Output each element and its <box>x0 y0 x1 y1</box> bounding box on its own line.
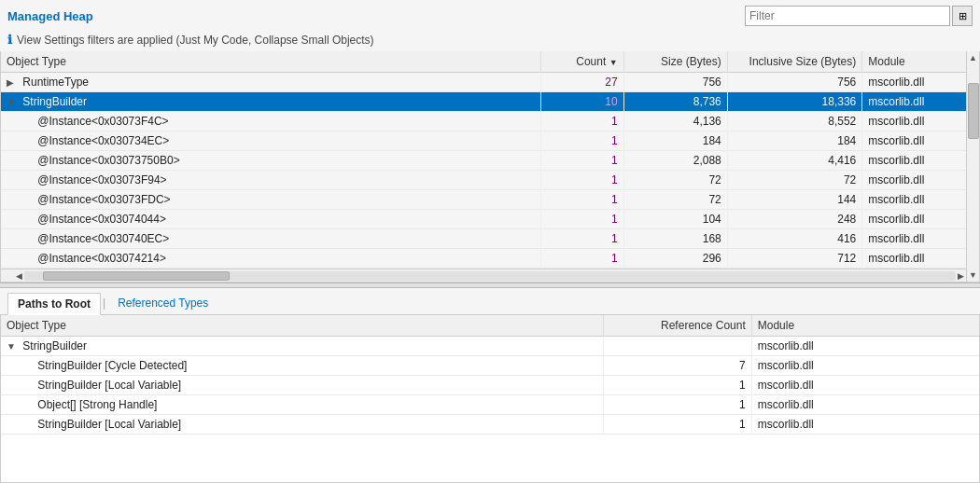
hscroll-thumb[interactable] <box>43 271 230 281</box>
scroll-right-arrow[interactable]: ▶ <box>956 271 966 281</box>
filter-columns-button[interactable]: ⊞ <box>952 6 973 26</box>
module-cell: mscorlib.dll <box>862 171 966 190</box>
size-cell: 168 <box>623 229 727 249</box>
hscroll-track[interactable] <box>24 271 956 281</box>
col-header-count[interactable]: Count <box>540 51 623 73</box>
count-cell: 1 <box>540 190 623 210</box>
col-header-object-type[interactable]: Object Type <box>1 51 540 73</box>
reference-count-cell: 1 <box>604 395 751 415</box>
module-cell: mscorlib.dll <box>751 376 979 395</box>
size-cell: 104 <box>623 210 727 229</box>
reference-count-cell: 1 <box>604 415 751 435</box>
lower-section: Object Type Reference Count Module ▼ Str… <box>0 315 980 483</box>
count-cell: 1 <box>540 151 623 171</box>
size-cell: 72 <box>623 171 727 190</box>
count-cell: 1 <box>540 171 623 190</box>
size-cell: 72 <box>623 190 727 210</box>
inclusive-size-cell: 72 <box>727 171 862 190</box>
tab-referenced-types[interactable]: Referenced Types <box>107 292 218 314</box>
inclusive-size-cell: 8,552 <box>727 112 862 131</box>
inclusive-size-cell: 756 <box>727 73 862 92</box>
module-cell: mscorlib.dll <box>862 92 966 112</box>
reference-count-cell <box>604 337 751 356</box>
col-header-size[interactable]: Size (Bytes) <box>623 51 727 73</box>
lower-col-header-object-type[interactable]: Object Type <box>1 315 604 337</box>
count-cell: 27 <box>540 73 623 92</box>
scroll-up-arrow[interactable]: ▲ <box>967 51 979 64</box>
module-cell: mscorlib.dll <box>862 210 966 229</box>
col-header-inclusive-size[interactable]: Inclusive Size (Bytes) <box>727 51 862 73</box>
table-row[interactable]: StringBuilder [Cycle Detected]7mscorlib.… <box>1 356 979 376</box>
module-cell: mscorlib.dll <box>751 356 979 376</box>
lower-col-header-reference-count[interactable]: Reference Count <box>604 315 751 337</box>
module-cell: mscorlib.dll <box>862 229 966 249</box>
size-cell: 184 <box>623 131 727 151</box>
count-cell: 1 <box>540 112 623 131</box>
table-row[interactable]: @Instance<0x030734EC>1184184mscorlib.dll <box>1 131 966 151</box>
table-row[interactable]: @Instance<0x03073F94>17272mscorlib.dll <box>1 171 966 190</box>
size-cell: 2,088 <box>623 151 727 171</box>
inclusive-size-cell: 248 <box>727 210 862 229</box>
table-row[interactable]: @Instance<0x03074044>1104248mscorlib.dll <box>1 210 966 229</box>
module-cell: mscorlib.dll <box>751 337 979 356</box>
info-bar: ℹ View Settings filters are applied (Jus… <box>0 30 980 51</box>
filter-input[interactable] <box>745 6 950 26</box>
page-title: Managed Heap <box>7 9 93 23</box>
col-header-module[interactable]: Module <box>862 51 966 73</box>
inclusive-size-cell: 144 <box>727 190 862 210</box>
object-type-cell: Object[] [Strong Handle] <box>1 395 604 415</box>
columns-icon: ⊞ <box>959 10 967 22</box>
scroll-down-arrow[interactable]: ▼ <box>967 269 979 282</box>
lower-table: Object Type Reference Count Module ▼ Str… <box>1 315 979 435</box>
horizontal-scrollbar[interactable]: ◀ ▶ <box>1 269 979 282</box>
module-cell: mscorlib.dll <box>862 112 966 131</box>
size-cell: 4,136 <box>623 112 727 131</box>
scroll-thumb[interactable] <box>968 83 979 139</box>
module-cell: mscorlib.dll <box>751 395 979 415</box>
table-row[interactable]: StringBuilder [Local Variable]1mscorlib.… <box>1 376 979 395</box>
count-cell: 1 <box>540 210 623 229</box>
module-cell: mscorlib.dll <box>862 131 966 151</box>
scroll-left-arrow[interactable]: ◀ <box>14 271 24 281</box>
table-row[interactable]: StringBuilder [Local Variable]1mscorlib.… <box>1 415 979 435</box>
lower-col-header-module[interactable]: Module <box>751 315 979 337</box>
count-cell: 1 <box>540 229 623 249</box>
tab-separator: | <box>101 297 107 310</box>
table-row[interactable]: Object[] [Strong Handle]1mscorlib.dll <box>1 395 979 415</box>
reference-count-cell: 1 <box>604 376 751 395</box>
size-cell: 8,736 <box>623 92 727 112</box>
table-row[interactable]: @Instance<0x03073FDC>172144mscorlib.dll <box>1 190 966 210</box>
module-cell: mscorlib.dll <box>862 249 966 269</box>
inclusive-size-cell: 416 <box>727 229 862 249</box>
object-type-cell: ▼ StringBuilder <box>1 337 604 356</box>
table-row[interactable]: ▶ RuntimeType27756756mscorlib.dll <box>1 73 966 92</box>
expand-icon[interactable]: ▼ <box>7 341 20 352</box>
object-type-cell: StringBuilder [Local Variable] <box>1 415 604 435</box>
count-cell: 1 <box>540 131 623 151</box>
module-cell: mscorlib.dll <box>862 151 966 171</box>
count-cell: 10 <box>540 92 623 112</box>
module-cell: mscorlib.dll <box>862 190 966 210</box>
module-cell: mscorlib.dll <box>751 415 979 435</box>
table-row[interactable]: @Instance<0x030740EC>1168416mscorlib.dll <box>1 229 966 249</box>
tab-paths-to-root[interactable]: Paths to Root <box>7 293 101 315</box>
table-row[interactable]: ▼ StringBuilder108,73618,336mscorlib.dll <box>1 92 966 112</box>
table-row[interactable]: @Instance<0x03073F4C>14,1368,552mscorlib… <box>1 112 966 131</box>
table-row[interactable]: @Instance<0x03074214>1296712mscorlib.dll <box>1 249 966 269</box>
size-cell: 756 <box>623 73 727 92</box>
table-row[interactable]: @Instance<0x03073750B0>12,0884,416mscorl… <box>1 151 966 171</box>
expand-icon[interactable]: ▼ <box>7 97 20 107</box>
upper-table: Object Type Count Size (Bytes) Inclusive… <box>1 51 966 269</box>
inclusive-size-cell: 712 <box>727 249 862 269</box>
table-row[interactable]: ▼ StringBuildermscorlib.dll <box>1 337 979 356</box>
reference-count-cell: 7 <box>604 356 751 376</box>
tab-bar: Paths to Root | Referenced Types <box>0 288 980 315</box>
vertical-scrollbar[interactable]: ▲ ▼ <box>966 51 979 282</box>
expand-icon[interactable]: ▶ <box>7 77 20 88</box>
object-type-cell: StringBuilder [Cycle Detected] <box>1 356 604 376</box>
module-cell: mscorlib.dll <box>862 73 966 92</box>
inclusive-size-cell: 184 <box>727 131 862 151</box>
info-icon: ℹ <box>7 33 12 47</box>
inclusive-size-cell: 18,336 <box>727 92 862 112</box>
size-cell: 296 <box>623 249 727 269</box>
